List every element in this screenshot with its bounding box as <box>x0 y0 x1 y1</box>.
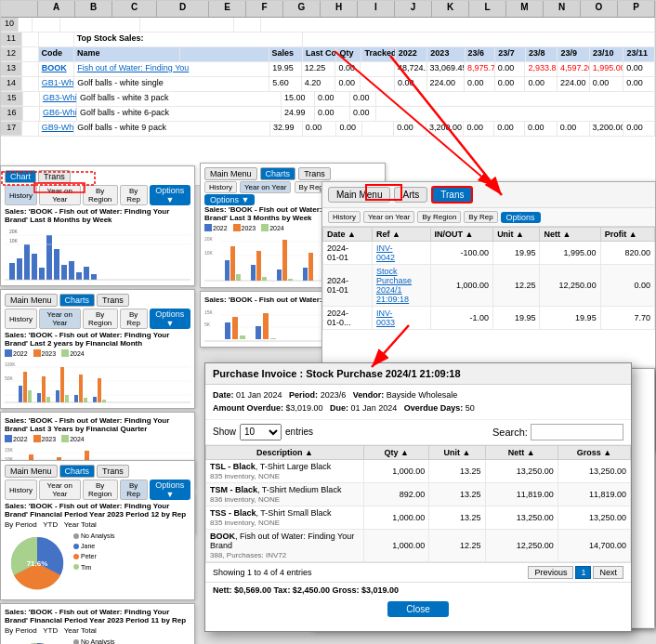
invoice-search-input[interactable] <box>531 424 623 440</box>
chart-legend-2: 2022 2023 2024 <box>5 349 190 357</box>
chart-history-btn[interactable]: History <box>5 185 37 205</box>
trans-col-date[interactable]: Date ▲ <box>323 228 373 242</box>
trans-col-nett[interactable]: Nett ▲ <box>540 228 600 242</box>
prev-btn[interactable]: Previous <box>528 566 573 579</box>
trans-mainmenu-btn[interactable]: Main Menu <box>328 187 390 203</box>
chart-mainmenu-btn-2[interactable]: Main Menu <box>5 294 58 307</box>
inv-cell-gross-3: 13,250.00 <box>558 506 630 529</box>
chart-yearonyear-btn[interactable]: Year on Year <box>39 185 81 205</box>
inv-col-qty[interactable]: Qty ▲ <box>364 445 429 459</box>
col-B: B <box>75 1 112 17</box>
svg-rect-0 <box>9 263 15 280</box>
col-L: L <box>469 1 506 17</box>
svg-rect-24 <box>28 390 32 402</box>
chart-charts-btn-2[interactable]: Charts <box>59 294 96 307</box>
trans-yearonyear-btn[interactable]: Year on Year <box>363 211 415 223</box>
trans-table-container: Date ▲ Ref ▲ IN/OUT ▲ Unit ▲ Nett ▲ Prof… <box>322 227 655 330</box>
invoice-close-btn[interactable]: Close <box>387 601 449 617</box>
chart-options-btn-2[interactable]: Options ▼ <box>150 309 190 329</box>
chart-byrep-btn[interactable]: By Rep <box>120 185 148 205</box>
trans-byregion-btn[interactable]: By Region <box>417 211 461 223</box>
chart-options-btn-1[interactable]: Options ▼ <box>150 185 190 205</box>
trans-byrep-btn[interactable]: By Rep <box>464 211 497 223</box>
trans-col-inout[interactable]: IN/OUT ▲ <box>430 228 493 242</box>
inv-col-desc[interactable]: Description ▲ <box>206 445 364 459</box>
col-N: N <box>544 1 581 17</box>
trans-col-profit[interactable]: Profit ▲ <box>600 228 654 242</box>
top-stock-title: Top Stock Sales: <box>74 33 303 46</box>
pie-byregion-btn[interactable]: By Region <box>83 480 118 500</box>
chart-byregion-btn[interactable]: By Region <box>83 185 118 205</box>
trans-cell-ref-2[interactable]: StockPurchase2024/121:09:18 <box>373 265 430 307</box>
col-I: I <box>358 1 395 17</box>
chart-byrep-btn-2[interactable]: By Rep <box>120 309 148 329</box>
svg-rect-87 <box>232 317 238 339</box>
chart-title-1: Sales: 'BOOK - Fish out of Water: Findin… <box>5 207 190 224</box>
chart-title-2: Sales: 'BOOK - Fish out of Water: Findin… <box>5 331 190 348</box>
pie-byrep-btn[interactable]: By Rep <box>120 480 148 500</box>
pie-options-btn[interactable]: Options ▼ <box>150 480 190 500</box>
chart-subnav-2: History Year on Year By Region By Rep Op… <box>5 309 190 329</box>
col-O: O <box>581 1 618 17</box>
trans-cell-ref-3[interactable]: INV-0033 <box>373 307 430 330</box>
mid-options-btn[interactable]: Options ▼ <box>204 194 255 205</box>
chart-btn-chart[interactable]: Chart <box>5 170 36 183</box>
trans-trans-btn[interactable]: Trans <box>431 186 473 204</box>
table-row: 2024-01-01 StockPurchase2024/121:09:18 1… <box>323 265 655 307</box>
trans-cell-inout-3: -1.00 <box>430 307 493 330</box>
inv-cell-qty-3: 1,000.00 <box>364 506 429 529</box>
invoice-modal-title: Purchase Invoice : Stock Purchase 2024/1… <box>205 363 631 385</box>
svg-rect-70 <box>225 260 230 281</box>
inv-col-unit[interactable]: Unit ▲ <box>429 445 485 459</box>
invoice-vendor-val: Bayside Wholesale <box>387 390 458 400</box>
mid-mainmenu-btn[interactable]: Main Menu <box>204 167 257 180</box>
entries-select[interactable]: 10 25 50 <box>240 424 282 440</box>
pie-mainmenu-btn[interactable]: Main Menu <box>5 465 58 478</box>
svg-rect-31 <box>74 395 78 402</box>
chart-byregion-btn-2[interactable]: By Region <box>83 309 118 329</box>
trans-cell-profit-2: 0.00 <box>600 265 654 307</box>
trans-col-unit[interactable]: Unit ▲ <box>493 228 540 242</box>
pie-yearonyear-btn[interactable]: Year on Year <box>39 480 81 500</box>
mid-charts-btn[interactable]: Charts <box>260 167 296 180</box>
pie-title-1: Sales: 'BOOK - Fish out of Water: Findin… <box>5 502 190 519</box>
mid-yearonyear-btn[interactable]: Year on Year <box>240 181 292 193</box>
svg-rect-5 <box>46 235 52 280</box>
chart-trans-btn-2[interactable]: Trans <box>97 294 129 307</box>
mid-history-btn[interactable]: History <box>204 181 237 193</box>
inv-cell-unit-3: 13.25 <box>429 506 485 529</box>
pie-charts-btn[interactable]: Charts <box>59 465 96 478</box>
svg-rect-88 <box>240 335 245 339</box>
mid-trans-btn[interactable]: Trans <box>298 167 331 180</box>
invoice-pagination: Previous 1 Next <box>528 566 623 579</box>
svg-rect-30 <box>65 395 69 402</box>
table-row: TSS - Black, T-Shirt Small Black835 inve… <box>206 506 631 529</box>
pie-chart-2: 71.6% No Analysis Jane Peter Tim <box>5 637 190 644</box>
invoice-overduedays-val: 50 <box>466 403 475 413</box>
trans-col-ref[interactable]: Ref ▲ <box>373 228 430 242</box>
pie-history-btn[interactable]: History <box>5 480 37 500</box>
trans-arts-btn[interactable]: Arts <box>394 187 427 203</box>
svg-rect-77 <box>282 240 287 281</box>
chart-history-btn-2[interactable]: History <box>5 309 37 329</box>
trans-history-btn[interactable]: History <box>328 211 361 223</box>
trans-cell-date-2: 2024-01-01 <box>323 265 373 307</box>
chart-btn-trans[interactable]: Trans <box>38 170 71 183</box>
svg-rect-75 <box>262 277 267 281</box>
entries-label: entries <box>285 427 313 437</box>
inv-col-nett[interactable]: Nett ▲ <box>485 445 558 459</box>
pie-legend-1: No Analysis Jane Peter Tim <box>73 531 115 572</box>
svg-text:100K: 100K <box>5 361 16 367</box>
invoice-overdue-label: Amount Overdue: <box>213 403 283 413</box>
pie-trans-btn[interactable]: Trans <box>97 465 129 478</box>
svg-rect-32 <box>79 375 83 402</box>
invoice-table: Description ▲ Qty ▲ Unit ▲ Nett ▲ Gross … <box>205 445 631 562</box>
trans-cell-ref[interactable]: INV-0042 <box>373 242 430 265</box>
inv-col-gross[interactable]: Gross ▲ <box>558 445 630 459</box>
svg-text:15K: 15K <box>204 309 214 315</box>
next-btn[interactable]: Next <box>593 566 623 579</box>
pie-charts-area: Main Menu Charts Trans History Year on Y… <box>0 460 195 644</box>
chart-yearonyear-btn-2[interactable]: Year on Year <box>39 309 81 329</box>
chart-nav-2: Main Menu Charts Trans <box>5 294 190 307</box>
trans-options-btn[interactable]: Options <box>501 212 541 223</box>
